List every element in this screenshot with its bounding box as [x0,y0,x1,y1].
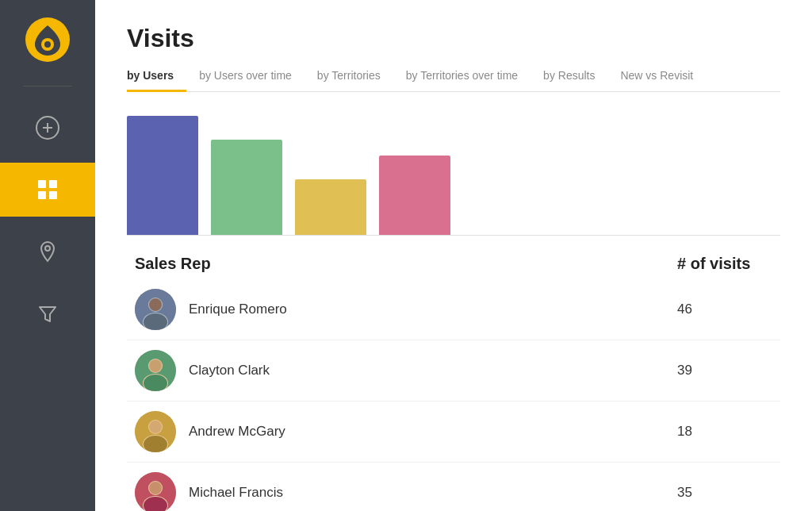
tab-by-territories-over-time[interactable]: by Territories over time [393,63,530,92]
row-left: Michael Francis [135,472,677,511]
row-left: Enrique Romero [135,289,677,330]
sidebar-divider [24,86,71,86]
chart-bar [379,156,450,235]
chart-bar [295,179,366,235]
page-title: Visits [127,24,780,53]
col-header-visits: # of visits [677,255,772,273]
avatar [135,289,176,330]
sidebar-item-filter[interactable] [0,286,95,340]
avatar [135,472,176,511]
visits-table: Sales Rep # of visits Enrique Romero 46 [127,255,780,511]
svg-point-10 [45,246,50,251]
sidebar-logo[interactable] [24,16,71,63]
avatar [135,411,176,452]
visit-count: 39 [677,363,772,378]
tab-new-vs-revisit[interactable]: New vs Revisit [607,63,706,92]
svg-rect-7 [49,180,57,188]
row-left: Andrew McGary [135,411,677,452]
tabs-nav: by Users by Users over time by Territori… [127,63,780,92]
visit-count: 35 [677,485,772,501]
svg-point-2 [44,41,51,48]
svg-point-19 [149,359,162,372]
svg-point-29 [149,482,162,494]
svg-point-24 [149,421,162,433]
bar-chart [127,108,780,236]
svg-point-14 [149,298,162,311]
table-row: Clayton Clark 39 [127,340,780,402]
table-row: Enrique Romero 46 [127,279,780,340]
svg-rect-6 [38,180,46,188]
svg-point-25 [144,436,167,452]
visit-count: 46 [677,302,772,317]
chart-bar [127,116,198,235]
rep-name: Michael Francis [189,485,283,501]
table-row: Michael Francis 35 [127,463,780,511]
rep-name: Enrique Romero [189,302,287,317]
chart-bar [211,140,282,235]
svg-rect-9 [49,191,57,199]
table-header: Sales Rep # of visits [127,255,780,279]
col-header-name: Sales Rep [135,255,677,273]
tab-by-territories[interactable]: by Territories [304,63,393,92]
row-left: Clayton Clark [135,350,677,391]
table-row: Andrew McGary 18 [127,402,780,463]
visit-count: 18 [677,424,772,440]
tab-by-users[interactable]: by Users [127,63,186,92]
tab-by-results[interactable]: by Results [530,63,607,92]
sidebar-item-add[interactable] [0,101,95,155]
rep-name: Andrew McGary [189,424,285,440]
svg-point-20 [144,375,167,391]
filter-icon [35,301,60,326]
svg-point-15 [144,313,167,330]
sidebar [0,0,95,511]
svg-rect-8 [38,191,46,199]
location-icon [35,239,60,264]
sidebar-item-dashboard[interactable] [0,163,95,217]
add-icon [35,115,60,140]
main-content: Visits by Users by Users over time by Te… [95,0,812,511]
dashboard-icon [35,177,60,202]
sidebar-item-location[interactable] [0,225,95,279]
rep-name: Clayton Clark [189,363,270,378]
avatar [135,350,176,391]
tab-by-users-over-time[interactable]: by Users over time [186,63,304,92]
